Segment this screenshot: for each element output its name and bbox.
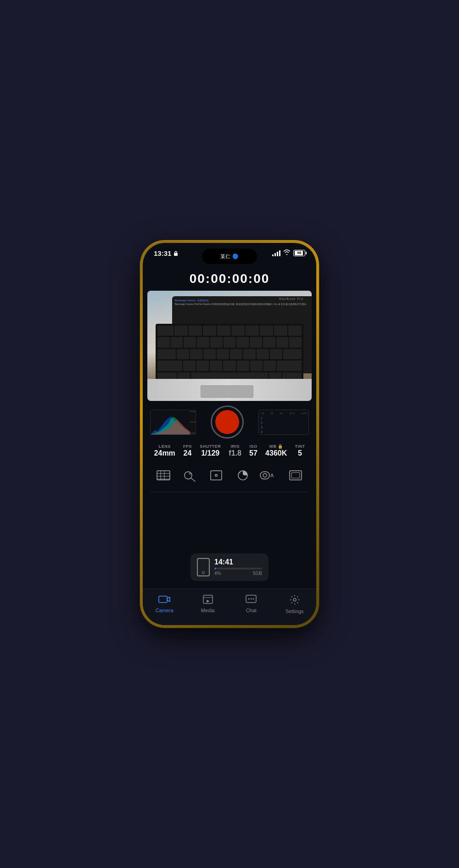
exposure-icon: +: [235, 469, 250, 482]
svg-rect-17: [260, 472, 269, 479]
dynamic-island: 某仁 🔵: [202, 248, 257, 264]
autofocus-button[interactable]: A: [259, 465, 279, 485]
storage-bar: [214, 568, 262, 569]
histogram-svg: [151, 410, 196, 434]
storage-time: 14:41: [214, 558, 262, 566]
controls-top-row: -45 -30 -20 -10 -6 -3 0 3 1: [150, 406, 309, 439]
svg-point-26: [248, 598, 250, 600]
tab-bar: Camera Media: [143, 588, 316, 625]
svg-rect-23: [203, 595, 213, 603]
param-lens[interactable]: LENS 24mm: [154, 444, 175, 457]
dynamic-island-content: 某仁 🔵: [220, 253, 238, 260]
trackpad: [201, 385, 253, 397]
media-tab-icon: [202, 594, 213, 606]
status-time: 13:31: [154, 249, 179, 257]
wifi-svg: [283, 249, 291, 255]
storage-size: 5GB: [253, 571, 262, 576]
crop-icon: [288, 469, 303, 482]
phone-screen: 某仁 🔵 13:31: [143, 243, 316, 625]
media-icon: [202, 594, 213, 604]
focus-assist-button[interactable]: [179, 465, 200, 485]
svg-rect-0: [174, 253, 178, 256]
tab-chat[interactable]: Chat: [230, 592, 273, 616]
phone-storage-icon: [197, 558, 210, 576]
lut-button[interactable]: [153, 465, 174, 485]
chat-icon: [245, 594, 257, 604]
tab-media[interactable]: Media: [186, 592, 230, 616]
camera-parameters: LENS 24mm FPS 24 SHUTTER 1/129 IRIS f1.8…: [150, 444, 309, 457]
svg-point-29: [293, 598, 296, 601]
param-shutter[interactable]: SHUTTER 1/129: [200, 444, 221, 457]
signal-icon: [272, 250, 280, 256]
lock-status-icon: [173, 251, 179, 256]
camera-icon: [158, 594, 170, 604]
crop-button[interactable]: [285, 465, 306, 485]
param-iris[interactable]: IRIS f1.8: [229, 444, 241, 457]
tool-buttons: + A: [150, 463, 309, 487]
svg-rect-21: [291, 473, 300, 478]
audio-track-1: 1: [261, 417, 307, 420]
svg-text:A: A: [270, 473, 274, 478]
timer-display: 00:00:00:00: [143, 271, 316, 286]
storage-row: 4% 5GB: [214, 571, 262, 576]
svg-text:+: +: [239, 471, 241, 474]
svg-line-8: [191, 478, 195, 481]
camera-viewfinder[interactable]: Blackmagic Camera - 友更新版本 Blackmagic Cam…: [147, 291, 312, 401]
svg-point-12: [216, 475, 217, 476]
settings-tab-label: Settings: [285, 609, 304, 614]
svg-point-18: [263, 473, 267, 477]
audio-track-2: 2: [261, 421, 307, 424]
storage-percent: 4%: [214, 571, 221, 576]
camera-tab-icon: [158, 594, 170, 606]
laptop-base: [147, 379, 312, 401]
record-button[interactable]: [211, 406, 244, 439]
chat-tab-icon: [245, 594, 257, 606]
storage-fill: [214, 568, 216, 569]
lut-icon: [156, 469, 171, 482]
status-indicators: 98: [272, 249, 305, 256]
record-button-container: [211, 406, 244, 439]
histogram[interactable]: [150, 410, 196, 435]
svg-point-27: [251, 598, 252, 600]
camera-tab-label: Camera: [156, 608, 174, 613]
settings-tab-icon: [289, 594, 300, 607]
param-tint[interactable]: TINT 5: [295, 444, 305, 457]
timer-section: 00:00:00:00: [143, 268, 316, 291]
macbook-label: MacBook Pro: [279, 297, 303, 300]
phone-device: 某仁 🔵 13:31: [140, 240, 319, 628]
svg-rect-1: [157, 471, 170, 480]
svg-point-28: [253, 598, 254, 600]
audio-track-3: 3: [261, 426, 307, 429]
tab-settings[interactable]: Settings: [273, 592, 317, 616]
record-indicator: [215, 410, 239, 434]
audio-meter: -45 -30 -20 -10 -6 -3 0 3 1: [258, 410, 309, 435]
laptop-keyboard: [156, 324, 303, 384]
settings-icon: [289, 594, 300, 605]
battery-icon: 98: [293, 250, 305, 256]
media-tab-label: Media: [201, 608, 215, 613]
svg-rect-22: [159, 596, 167, 603]
storage-widget[interactable]: 14:41 4% 5GB: [190, 553, 269, 581]
param-iso[interactable]: ISO 57: [249, 444, 257, 457]
storage-info: 14:41 4% 5GB: [214, 558, 262, 576]
wifi-icon: [283, 249, 291, 256]
frame-guide-icon: [209, 469, 224, 482]
svg-point-9: [189, 473, 191, 474]
chat-tab-label: Chat: [246, 608, 257, 613]
svg-point-14: [242, 474, 244, 476]
focus-assist-icon: [182, 469, 197, 482]
tab-camera[interactable]: Camera: [143, 592, 186, 616]
autofocus-icon: A: [259, 469, 279, 482]
audio-track-4: 4: [261, 430, 307, 434]
frame-guide-button[interactable]: [206, 465, 226, 485]
param-fps[interactable]: FPS 24: [183, 444, 192, 457]
camera-controls: -45 -30 -20 -10 -6 -3 0 3 1: [143, 401, 316, 492]
empty-content-area: [143, 492, 316, 553]
exposure-button[interactable]: +: [233, 465, 253, 485]
param-wb[interactable]: WB 🔒 4360K: [265, 444, 287, 457]
